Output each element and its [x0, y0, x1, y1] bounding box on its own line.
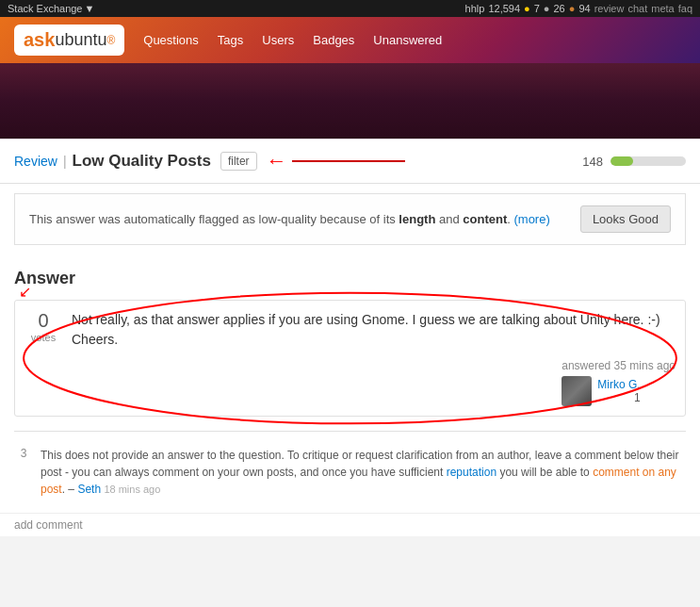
chat-link-topbar[interactable]: chat	[627, 3, 647, 14]
site-header: ask ubuntu ® Questions Tags Users Badges…	[0, 17, 700, 63]
vote-count: 0	[24, 310, 62, 332]
answer-section: Answer ↙ 0 votes Not really, as that ans…	[0, 254, 700, 431]
filter-button[interactable]: filter	[220, 152, 257, 171]
answer-post-inner: 0 votes Not really, as that answer appli…	[24, 310, 676, 350]
main-content: Review | Low Quality Posts filter ← 148 …	[0, 139, 700, 536]
bronze-badge-count: 94	[578, 3, 590, 14]
current-review-queue: Low Quality Posts	[73, 152, 211, 171]
answer-post-wrapper: ↙ 0 votes Not really, as that answer app…	[14, 300, 686, 417]
top-bar: Stack Exchange ▼ hhlp 12,594 ● 7 ● 26 ● …	[0, 0, 700, 17]
review-bar: Review | Low Quality Posts filter ← 148	[0, 139, 700, 184]
meta-link-topbar[interactable]: meta	[651, 3, 674, 14]
dropdown-arrow-icon: ▼	[85, 3, 95, 14]
top-bar-right: hhlp 12,594 ● 7 ● 26 ● 94 review chat me…	[465, 3, 692, 14]
vote-area: 0 votes	[24, 310, 62, 350]
reputation-score: 12,594	[488, 3, 520, 14]
stack-exchange-label: Stack Exchange	[8, 3, 83, 14]
comment-text-end: . –	[62, 483, 74, 496]
answer-text: Not really, as that answer applies if yo…	[72, 310, 676, 350]
flag-bold-content: content	[463, 212, 507, 226]
comment-area: 3 This does not provide an answer to the…	[14, 431, 686, 513]
vote-label: votes	[24, 332, 62, 343]
review-link-topbar[interactable]: review	[594, 3, 625, 14]
flag-text-start: This answer was automatically flagged as…	[29, 212, 399, 226]
flag-notice: This answer was automatically flagged as…	[14, 193, 686, 245]
nav-unanswered[interactable]: Unanswered	[373, 33, 442, 47]
flag-text-end: .	[507, 212, 511, 226]
progress-bar	[610, 156, 686, 166]
answered-text: answered 35 mins ago	[562, 359, 676, 372]
reputation-link[interactable]: reputation	[447, 466, 497, 479]
comment-score: 3	[14, 447, 33, 498]
nav-tags[interactable]: Tags	[218, 33, 243, 47]
comment-time: 18 mins ago	[104, 484, 160, 495]
comment-user-link[interactable]: Seth	[77, 483, 101, 496]
nav-users[interactable]: Users	[262, 33, 294, 47]
site-logo[interactable]: ask ubuntu ®	[14, 25, 124, 56]
answer-heading: Answer	[14, 269, 686, 288]
answer-post: 0 votes Not really, as that answer appli…	[14, 300, 686, 417]
user-reputation: 1	[634, 391, 641, 404]
logo-ubuntu: ubuntu	[55, 30, 106, 50]
top-bar-left: Stack Exchange ▼	[8, 3, 94, 14]
logo-mark: ®	[106, 34, 115, 47]
arrow-line	[292, 160, 405, 162]
user-handle: hhlp	[465, 3, 485, 14]
main-nav: Questions Tags Users Badges Unanswered	[143, 33, 442, 47]
review-breadcrumb-link[interactable]: Review	[14, 154, 57, 169]
nav-badges[interactable]: Badges	[313, 33, 354, 47]
comment-row: 3 This does not provide an answer to the…	[14, 441, 686, 503]
add-comment-link[interactable]: add comment	[0, 513, 700, 536]
review-count-number: 148	[582, 155, 603, 169]
progress-bar-fill	[610, 156, 633, 166]
gold-badge-icon: ●	[524, 3, 530, 14]
flag-text-mid: and	[435, 212, 463, 226]
flag-notice-text: This answer was automatically flagged as…	[29, 212, 550, 226]
user-card: Mirko G. 1	[562, 376, 676, 406]
breadcrumb-separator: |	[63, 154, 67, 169]
comment-text-mid: you will be able to	[497, 466, 593, 479]
answer-meta: answered 35 mins ago Mirko G. 1	[24, 359, 676, 406]
looks-good-button[interactable]: Looks Good	[580, 205, 671, 233]
silver-badge-count: 26	[553, 3, 564, 14]
review-count-area: 148	[582, 155, 686, 169]
flag-bold-length: length	[399, 212, 435, 226]
silver-badge-icon: ●	[544, 3, 550, 14]
nav-questions[interactable]: Questions	[143, 33, 199, 47]
user-name-link[interactable]: Mirko G.	[597, 378, 640, 391]
logo-ask: ask	[24, 29, 55, 51]
faq-link-topbar[interactable]: faq	[678, 3, 692, 14]
avatar	[562, 376, 592, 406]
flag-more-link[interactable]: (more)	[513, 212, 549, 226]
answered-info: answered 35 mins ago Mirko G. 1	[562, 359, 676, 406]
answer-body: Not really, as that answer applies if yo…	[72, 310, 676, 350]
gold-badge-count: 7	[534, 3, 540, 14]
bronze-badge-icon: ●	[569, 3, 576, 14]
stack-exchange-button[interactable]: Stack Exchange ▼	[8, 3, 94, 14]
red-arrow-annotation: ←	[267, 149, 287, 173]
comment-text: This does not provide an answer to the q…	[41, 447, 686, 498]
user-info: Mirko G. 1	[597, 378, 640, 404]
header-gradient	[0, 63, 700, 139]
avatar-image	[562, 376, 592, 406]
